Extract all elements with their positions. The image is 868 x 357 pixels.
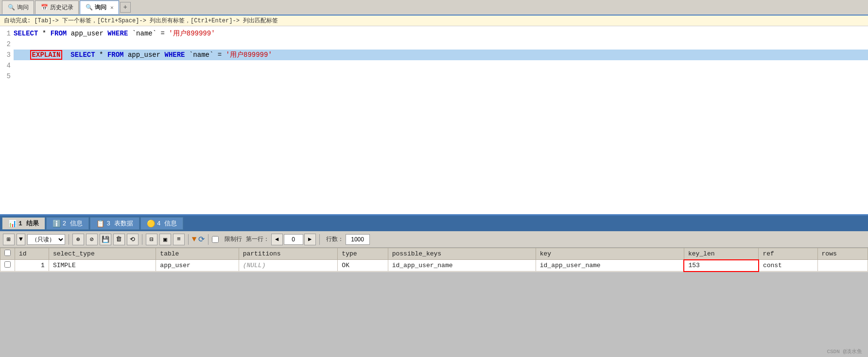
- tab-icon-1: 🔍: [7, 4, 15, 12]
- add-row-button[interactable]: ⊕: [72, 234, 84, 245]
- col-type: type: [338, 248, 388, 260]
- result-tab-bar: 📊 1 结果 ℹ️ 2 信息 📋 3 表数据 🟡 4 信息: [0, 216, 868, 231]
- revert-button[interactable]: ⟲: [127, 234, 139, 245]
- dropdown-button[interactable]: ▼: [17, 234, 25, 245]
- toolbar-separator-5: [319, 234, 320, 245]
- line-num-5: 5: [0, 71, 14, 82]
- result-tab-label-4: 4 信息: [157, 219, 177, 228]
- col-key-len: key_len: [684, 248, 759, 260]
- cell-select-type[interactable]: SIMPLE: [49, 260, 156, 272]
- line-content-3: EXPLAIN SELECT * FROM app_user WHERE `na…: [14, 50, 868, 60]
- footer-watermark: CSDN @淡水鱼: [827, 348, 862, 355]
- filter-icon[interactable]: ▼: [192, 235, 197, 244]
- table-row: 1 SIMPLE app_user (NULL) OK id_app_user_…: [0, 260, 868, 272]
- cell-ref[interactable]: const: [759, 260, 817, 272]
- line-num-4: 4: [0, 60, 14, 71]
- refresh-icon[interactable]: ⟳: [198, 235, 205, 244]
- toolbar-separator-4: [208, 234, 208, 245]
- sql-editor[interactable]: 1 SELECT * FROM app_user WHERE `name` = …: [0, 26, 868, 216]
- readonly-select[interactable]: （只读）: [27, 234, 65, 245]
- col-possible-keys: possible_keys: [388, 248, 536, 260]
- col-select-type: select_type: [49, 248, 156, 260]
- add-tab-button[interactable]: +: [120, 2, 131, 13]
- result-tab-2[interactable]: ℹ️ 2 信息: [46, 217, 89, 230]
- tab-icon-2: 📅: [40, 4, 48, 12]
- tab-close-icon[interactable]: ✕: [110, 4, 114, 11]
- tab-询问-3[interactable]: 🔍 询问 ✕: [80, 0, 119, 14]
- form-layout-button[interactable]: ▣: [159, 234, 171, 245]
- limit-label: 限制行 第一行：: [225, 235, 269, 243]
- tab-label-3: 询问: [95, 3, 106, 12]
- cell-partitions[interactable]: (NULL): [239, 260, 338, 272]
- cell-possible-keys[interactable]: id_app_user_name: [388, 260, 536, 272]
- header-checkbox[interactable]: [0, 248, 15, 260]
- sql-line-2: 2: [0, 39, 868, 50]
- text-layout-button[interactable]: ≡: [173, 234, 185, 245]
- line-content-1: SELECT * FROM app_user WHERE `name` = '用…: [14, 28, 868, 39]
- toolbar-separator-2: [142, 234, 142, 245]
- delete-button[interactable]: 🗑: [113, 234, 125, 245]
- col-ref: ref: [759, 248, 817, 260]
- result-icon-2: ℹ️: [52, 220, 61, 228]
- col-partitions: partitions: [239, 248, 338, 260]
- row-checkbox[interactable]: [4, 261, 11, 268]
- data-table-wrapper: id select_type table partitions type pos…: [0, 248, 868, 272]
- sql-line-4: 4: [0, 60, 868, 71]
- autocomplete-hint-text: 自动完成: [Tab]-> 下一个标签，[Ctrl+Space]-> 列出所有标…: [4, 17, 278, 25]
- cell-key-len[interactable]: 153: [684, 260, 759, 272]
- result-tab-3[interactable]: 📋 3 表数据: [90, 217, 139, 230]
- cell-key[interactable]: id_app_user_name: [536, 260, 684, 272]
- result-tab-label-2: 2 信息: [63, 219, 83, 228]
- dropdown-icon: ▼: [19, 236, 23, 243]
- cell-id[interactable]: 1: [15, 260, 49, 272]
- grid-view-button[interactable]: ⊞: [3, 234, 15, 245]
- cell-rows[interactable]: [817, 260, 868, 272]
- col-rows: rows: [817, 248, 868, 260]
- result-tab-1[interactable]: 📊 1 结果: [2, 217, 45, 230]
- tab-icon-3: 🔍: [85, 4, 93, 12]
- tab-label-2: 历史记录: [50, 3, 73, 12]
- prev-page-button[interactable]: ◀: [271, 234, 283, 245]
- tab-label-1: 询问: [17, 3, 29, 12]
- select-all-checkbox[interactable]: [4, 250, 11, 256]
- cell-table[interactable]: app_user: [156, 260, 239, 272]
- col-key: key: [536, 248, 684, 260]
- copy-row-button[interactable]: ⊘: [86, 234, 98, 245]
- rows-input[interactable]: [346, 234, 370, 245]
- col-table: table: [156, 248, 239, 260]
- cell-type[interactable]: OK: [338, 260, 388, 272]
- result-icon-3: 📋: [96, 220, 104, 228]
- line-num-3: 3: [0, 50, 14, 60]
- result-table: id select_type table partitions type pos…: [0, 248, 868, 272]
- sql-line-5: 5: [0, 71, 868, 82]
- result-tab-4[interactable]: 🟡 4 信息: [140, 217, 184, 230]
- table-layout-button[interactable]: ⊟: [146, 234, 157, 245]
- result-icon-4: 🟡: [147, 220, 155, 228]
- tab-历史记录[interactable]: 📅 历史记录: [35, 0, 79, 14]
- result-tab-label-1: 1 结果: [18, 219, 39, 228]
- col-id: id: [15, 248, 49, 260]
- result-tab-label-3: 3 表数据: [106, 219, 133, 228]
- footer-text: CSDN @淡水鱼: [827, 349, 862, 355]
- tab-询问-1[interactable]: 🔍 询问: [2, 0, 34, 14]
- result-icon-1: 📊: [8, 220, 17, 228]
- save-button[interactable]: 💾: [100, 234, 111, 245]
- toolbar-separator-3: [188, 234, 189, 245]
- autocomplete-hint: 自动完成: [Tab]-> 下一个标签，[Ctrl+Space]-> 列出所有标…: [0, 16, 868, 26]
- data-toolbar: ⊞ ▼ （只读） ⊕ ⊘ 💾 🗑 ⟲ ⊟ ▣ ≡ ▼ ⟳ 限制行 第一行： ◀ …: [0, 231, 868, 248]
- tab-bar: 🔍 询问 📅 历史记录 🔍 询问 ✕ +: [0, 0, 868, 16]
- toolbar-separator-1: [69, 234, 69, 245]
- next-page-button[interactable]: ▶: [304, 234, 316, 245]
- line-num-1: 1: [0, 28, 14, 39]
- row-checkbox-cell[interactable]: [0, 260, 15, 272]
- line-num-2: 2: [0, 39, 14, 50]
- limit-checkbox[interactable]: [212, 236, 219, 243]
- sql-line-3: 3 EXPLAIN SELECT * FROM app_user WHERE `…: [0, 50, 868, 60]
- rows-label: 行数：: [326, 235, 344, 243]
- sql-line-1: 1 SELECT * FROM app_user WHERE `name` = …: [0, 28, 868, 39]
- table-header-row: id select_type table partitions type pos…: [0, 248, 868, 260]
- page-start-input[interactable]: [284, 234, 303, 245]
